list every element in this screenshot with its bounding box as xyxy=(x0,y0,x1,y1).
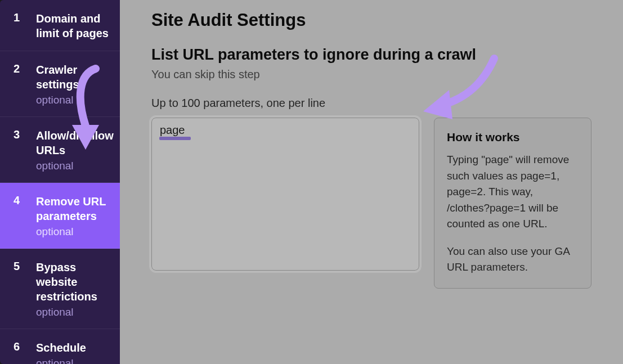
step-title: Remove URL parameters xyxy=(36,194,110,223)
highlight-underline xyxy=(159,137,191,140)
step-number: 5 xyxy=(14,260,36,273)
sidebar-item-remove-url-params[interactable]: 4 Remove URL parameters optional xyxy=(0,183,120,249)
skip-step-text: You can skip this step xyxy=(151,68,591,81)
step-title: Bypass website restrictions xyxy=(36,260,110,304)
sidebar-item-crawler-settings[interactable]: 2 Crawler settings optional xyxy=(0,51,120,117)
how-it-works-panel: How it works Typing "page" will remove s… xyxy=(434,118,591,289)
step-number: 6 xyxy=(14,340,36,353)
step-title: Allow/disallow URLs xyxy=(36,128,114,158)
step-subtitle: optional xyxy=(36,94,110,106)
sidebar-item-domain-limit[interactable]: 1 Domain and limit of pages xyxy=(0,0,120,51)
page-title: Site Audit Settings xyxy=(151,10,591,30)
parameters-textarea-wrap xyxy=(151,118,419,273)
step-title: Domain and limit of pages xyxy=(36,11,110,41)
step-number: 4 xyxy=(14,194,36,207)
sidebar-item-schedule[interactable]: 6 Schedule optional xyxy=(0,329,120,364)
step-title: Schedule xyxy=(36,340,86,355)
step-subtitle: optional xyxy=(36,357,86,364)
step-number: 2 xyxy=(14,62,36,75)
step-number: 1 xyxy=(14,11,36,24)
step-number: 3 xyxy=(14,128,36,141)
sidebar-item-allow-disallow[interactable]: 3 Allow/disallow URLs optional xyxy=(0,117,120,183)
step-subtitle: optional xyxy=(36,306,110,318)
helper-text: Up to 100 parameters, one per line xyxy=(151,97,591,110)
sidebar-item-bypass-restrictions[interactable]: 5 Bypass website restrictions optional xyxy=(0,249,120,329)
section-heading: List URL parameters to ignore during a c… xyxy=(151,46,591,64)
info-body: Typing "page" will remove such values as… xyxy=(447,152,579,276)
info-paragraph: Typing "page" will remove such values as… xyxy=(447,152,579,232)
step-subtitle: optional xyxy=(36,226,110,238)
step-title: Crawler settings xyxy=(36,62,110,92)
parameters-textarea[interactable] xyxy=(151,118,419,271)
main-panel: Site Audit Settings List URL parameters … xyxy=(120,0,623,364)
info-title: How it works xyxy=(447,131,579,144)
wizard-sidebar: 1 Domain and limit of pages 2 Crawler se… xyxy=(0,0,120,364)
step-subtitle: optional xyxy=(36,160,114,172)
info-paragraph: You can also use your GA URL parameters. xyxy=(447,244,579,276)
